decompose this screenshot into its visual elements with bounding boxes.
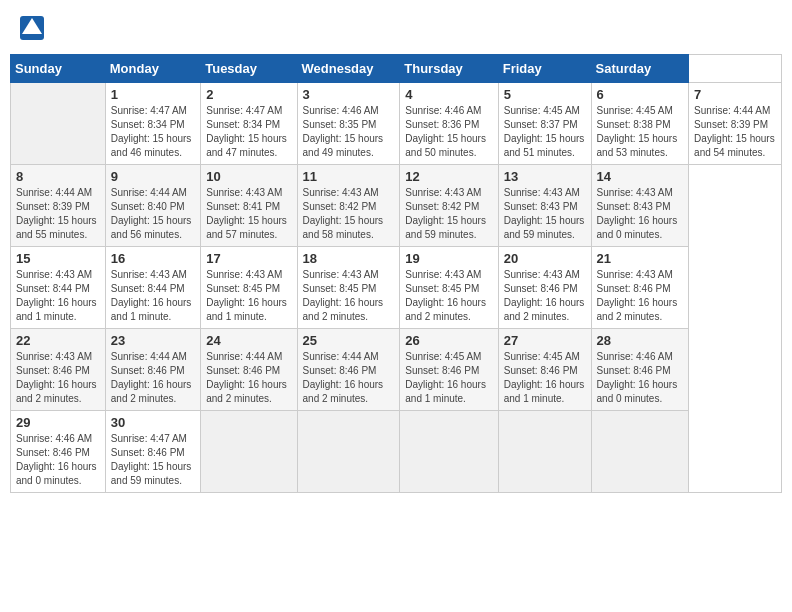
calendar-cell: 1Sunrise: 4:47 AMSunset: 8:34 PMDaylight…: [105, 83, 200, 165]
calendar-cell: [201, 411, 297, 493]
calendar-cell: 4Sunrise: 4:46 AMSunset: 8:36 PMDaylight…: [400, 83, 498, 165]
day-info: Sunrise: 4:45 AMSunset: 8:46 PMDaylight:…: [504, 350, 586, 406]
calendar-cell: 17Sunrise: 4:43 AMSunset: 8:45 PMDayligh…: [201, 247, 297, 329]
calendar-cell: 13Sunrise: 4:43 AMSunset: 8:43 PMDayligh…: [498, 165, 591, 247]
day-number: 18: [303, 251, 395, 266]
day-number: 26: [405, 333, 492, 348]
day-number: 30: [111, 415, 195, 430]
calendar-cell: [591, 411, 689, 493]
day-number: 1: [111, 87, 195, 102]
calendar-cell: 12Sunrise: 4:43 AMSunset: 8:42 PMDayligh…: [400, 165, 498, 247]
day-number: 14: [597, 169, 684, 184]
day-number: 21: [597, 251, 684, 266]
day-number: 12: [405, 169, 492, 184]
header-friday: Friday: [498, 55, 591, 83]
week-row-3: 15Sunrise: 4:43 AMSunset: 8:44 PMDayligh…: [11, 247, 782, 329]
logo-icon: [18, 14, 46, 42]
day-info: Sunrise: 4:45 AMSunset: 8:46 PMDaylight:…: [405, 350, 492, 406]
calendar-cell: 5Sunrise: 4:45 AMSunset: 8:37 PMDaylight…: [498, 83, 591, 165]
calendar-cell: 16Sunrise: 4:43 AMSunset: 8:44 PMDayligh…: [105, 247, 200, 329]
day-number: 11: [303, 169, 395, 184]
day-number: 3: [303, 87, 395, 102]
week-row-1: 1Sunrise: 4:47 AMSunset: 8:34 PMDaylight…: [11, 83, 782, 165]
week-row-4: 22Sunrise: 4:43 AMSunset: 8:46 PMDayligh…: [11, 329, 782, 411]
day-number: 19: [405, 251, 492, 266]
header: [10, 10, 782, 46]
day-number: 29: [16, 415, 100, 430]
day-info: Sunrise: 4:43 AMSunset: 8:46 PMDaylight:…: [597, 268, 684, 324]
calendar-cell: 19Sunrise: 4:43 AMSunset: 8:45 PMDayligh…: [400, 247, 498, 329]
day-info: Sunrise: 4:45 AMSunset: 8:37 PMDaylight:…: [504, 104, 586, 160]
calendar-cell: 27Sunrise: 4:45 AMSunset: 8:46 PMDayligh…: [498, 329, 591, 411]
day-number: 25: [303, 333, 395, 348]
calendar-cell: [297, 411, 400, 493]
calendar-cell: 24Sunrise: 4:44 AMSunset: 8:46 PMDayligh…: [201, 329, 297, 411]
header-wednesday: Wednesday: [297, 55, 400, 83]
day-number: 28: [597, 333, 684, 348]
day-info: Sunrise: 4:45 AMSunset: 8:38 PMDaylight:…: [597, 104, 684, 160]
calendar-cell: 18Sunrise: 4:43 AMSunset: 8:45 PMDayligh…: [297, 247, 400, 329]
day-number: 5: [504, 87, 586, 102]
day-info: Sunrise: 4:47 AMSunset: 8:34 PMDaylight:…: [206, 104, 291, 160]
calendar-cell: 28Sunrise: 4:46 AMSunset: 8:46 PMDayligh…: [591, 329, 689, 411]
calendar-cell: [400, 411, 498, 493]
calendar-cell: 29Sunrise: 4:46 AMSunset: 8:46 PMDayligh…: [11, 411, 106, 493]
calendar-cell: 30Sunrise: 4:47 AMSunset: 8:46 PMDayligh…: [105, 411, 200, 493]
calendar-cell: 15Sunrise: 4:43 AMSunset: 8:44 PMDayligh…: [11, 247, 106, 329]
day-number: 20: [504, 251, 586, 266]
day-number: 10: [206, 169, 291, 184]
day-info: Sunrise: 4:43 AMSunset: 8:45 PMDaylight:…: [206, 268, 291, 324]
calendar-cell: 23Sunrise: 4:44 AMSunset: 8:46 PMDayligh…: [105, 329, 200, 411]
day-info: Sunrise: 4:43 AMSunset: 8:44 PMDaylight:…: [16, 268, 100, 324]
day-info: Sunrise: 4:46 AMSunset: 8:46 PMDaylight:…: [16, 432, 100, 488]
day-number: 9: [111, 169, 195, 184]
day-info: Sunrise: 4:43 AMSunset: 8:41 PMDaylight:…: [206, 186, 291, 242]
day-number: 17: [206, 251, 291, 266]
day-number: 23: [111, 333, 195, 348]
calendar-cell: 14Sunrise: 4:43 AMSunset: 8:43 PMDayligh…: [591, 165, 689, 247]
day-info: Sunrise: 4:44 AMSunset: 8:39 PMDaylight:…: [694, 104, 776, 160]
week-row-5: 29Sunrise: 4:46 AMSunset: 8:46 PMDayligh…: [11, 411, 782, 493]
day-number: 27: [504, 333, 586, 348]
day-number: 6: [597, 87, 684, 102]
day-number: 16: [111, 251, 195, 266]
day-info: Sunrise: 4:46 AMSunset: 8:36 PMDaylight:…: [405, 104, 492, 160]
calendar-cell: 11Sunrise: 4:43 AMSunset: 8:42 PMDayligh…: [297, 165, 400, 247]
day-info: Sunrise: 4:43 AMSunset: 8:43 PMDaylight:…: [504, 186, 586, 242]
calendar-cell: 26Sunrise: 4:45 AMSunset: 8:46 PMDayligh…: [400, 329, 498, 411]
day-info: Sunrise: 4:46 AMSunset: 8:35 PMDaylight:…: [303, 104, 395, 160]
day-number: 13: [504, 169, 586, 184]
calendar-cell: [498, 411, 591, 493]
calendar: SundayMondayTuesdayWednesdayThursdayFrid…: [10, 54, 782, 493]
day-number: 4: [405, 87, 492, 102]
calendar-cell: 22Sunrise: 4:43 AMSunset: 8:46 PMDayligh…: [11, 329, 106, 411]
day-number: 22: [16, 333, 100, 348]
day-info: Sunrise: 4:43 AMSunset: 8:45 PMDaylight:…: [303, 268, 395, 324]
day-number: 15: [16, 251, 100, 266]
header-thursday: Thursday: [400, 55, 498, 83]
day-info: Sunrise: 4:44 AMSunset: 8:40 PMDaylight:…: [111, 186, 195, 242]
day-info: Sunrise: 4:43 AMSunset: 8:42 PMDaylight:…: [405, 186, 492, 242]
day-info: Sunrise: 4:43 AMSunset: 8:46 PMDaylight:…: [16, 350, 100, 406]
calendar-cell: 9Sunrise: 4:44 AMSunset: 8:40 PMDaylight…: [105, 165, 200, 247]
week-row-2: 8Sunrise: 4:44 AMSunset: 8:39 PMDaylight…: [11, 165, 782, 247]
day-info: Sunrise: 4:47 AMSunset: 8:34 PMDaylight:…: [111, 104, 195, 160]
day-info: Sunrise: 4:43 AMSunset: 8:42 PMDaylight:…: [303, 186, 395, 242]
day-info: Sunrise: 4:44 AMSunset: 8:46 PMDaylight:…: [303, 350, 395, 406]
day-info: Sunrise: 4:44 AMSunset: 8:39 PMDaylight:…: [16, 186, 100, 242]
day-number: 2: [206, 87, 291, 102]
day-number: 8: [16, 169, 100, 184]
day-info: Sunrise: 4:43 AMSunset: 8:43 PMDaylight:…: [597, 186, 684, 242]
day-info: Sunrise: 4:44 AMSunset: 8:46 PMDaylight:…: [111, 350, 195, 406]
calendar-cell: 21Sunrise: 4:43 AMSunset: 8:46 PMDayligh…: [591, 247, 689, 329]
calendar-cell: 8Sunrise: 4:44 AMSunset: 8:39 PMDaylight…: [11, 165, 106, 247]
day-info: Sunrise: 4:43 AMSunset: 8:45 PMDaylight:…: [405, 268, 492, 324]
header-sunday: Sunday: [11, 55, 106, 83]
header-tuesday: Tuesday: [201, 55, 297, 83]
day-info: Sunrise: 4:43 AMSunset: 8:46 PMDaylight:…: [504, 268, 586, 324]
header-monday: Monday: [105, 55, 200, 83]
day-number: 7: [694, 87, 776, 102]
calendar-cell: 25Sunrise: 4:44 AMSunset: 8:46 PMDayligh…: [297, 329, 400, 411]
calendar-cell: 20Sunrise: 4:43 AMSunset: 8:46 PMDayligh…: [498, 247, 591, 329]
calendar-cell: 2Sunrise: 4:47 AMSunset: 8:34 PMDaylight…: [201, 83, 297, 165]
